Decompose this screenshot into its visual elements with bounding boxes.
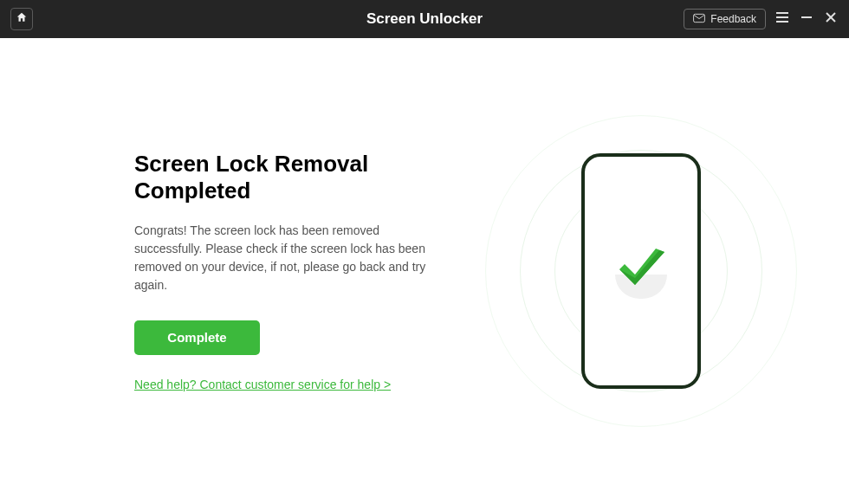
titlebar-controls: Feedback <box>684 9 839 29</box>
main-content: Screen Lock Removal Completed Congrats! … <box>0 38 849 504</box>
feedback-label: Feedback <box>710 13 756 25</box>
illustration-panel <box>476 38 806 504</box>
success-heading: Screen Lock Removal Completed <box>134 151 442 204</box>
message-panel: Screen Lock Removal Completed Congrats! … <box>43 151 476 392</box>
home-button[interactable] <box>10 8 33 30</box>
minimize-button[interactable] <box>799 11 814 27</box>
help-link[interactable]: Need help? Contact customer service for … <box>134 378 391 391</box>
complete-button[interactable]: Complete <box>134 320 260 355</box>
close-button[interactable] <box>823 11 839 27</box>
minimize-icon <box>800 11 813 27</box>
app-title: Screen Unlocker <box>366 10 483 28</box>
menu-icon <box>775 11 789 27</box>
close-icon <box>825 11 837 27</box>
mail-icon <box>693 13 705 26</box>
success-description: Congrats! The screen lock has been remov… <box>134 222 442 294</box>
home-icon <box>16 11 28 27</box>
titlebar: Screen Unlocker Feedback <box>0 0 849 38</box>
feedback-button[interactable]: Feedback <box>684 9 766 29</box>
menu-button[interactable] <box>774 11 790 27</box>
svg-rect-0 <box>694 14 705 22</box>
checkmark-icon <box>611 243 671 299</box>
phone-illustration <box>581 153 701 389</box>
